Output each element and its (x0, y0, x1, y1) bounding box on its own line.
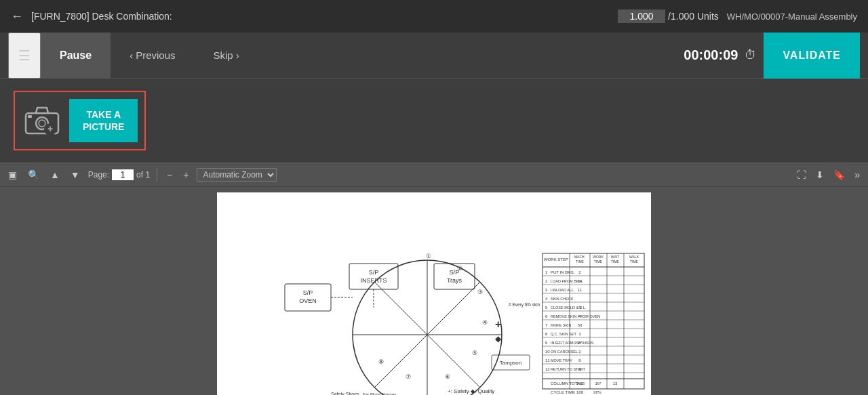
take-picture-label: TAKE APICTURE (83, 109, 124, 132)
svg-text:S/P: S/P (369, 269, 379, 276)
hamburger-button[interactable]: ☰ (8, 33, 41, 79)
svg-text:③: ③ (477, 289, 483, 295)
svg-text:+: + (495, 318, 501, 330)
content-area: + TAKE APICTURE ▣ 🔍 ▲ ▼ Page: of 1 − + A… (0, 79, 868, 395)
svg-text:Ear Plugs Glasses: Ear Plugs Glasses (363, 392, 396, 395)
pdf-bookmark-button[interactable]: 🔖 (831, 169, 848, 180)
pdf-zoom-in-button[interactable]: + (180, 169, 191, 180)
pdf-search-button[interactable]: 🔍 (25, 169, 42, 180)
svg-text:168: 168 (576, 390, 584, 394)
timer-section: 00:00:09 ⏱ VALIDATE (684, 33, 860, 79)
pdf-fullscreen-button[interactable]: ⛶ (794, 169, 809, 180)
svg-text:Safety Shoes: Safety Shoes (331, 392, 359, 395)
svg-text:8: 8 (545, 332, 548, 336)
svg-text:+: + (47, 123, 53, 134)
svg-text:3: 3 (578, 332, 581, 336)
svg-text:8: 8 (578, 358, 581, 362)
pdf-total-pages: of 1 (136, 170, 150, 180)
previous-label: Previous (136, 49, 175, 61)
pdf-prev-page-button[interactable]: ▲ (47, 169, 62, 180)
svg-text:⑦: ⑦ (406, 373, 411, 380)
pdf-toolbar: ▣ 🔍 ▲ ▼ Page: of 1 − + Automatic Zoom 50… (0, 163, 868, 187)
svg-rect-5 (28, 115, 32, 118)
svg-text:①: ① (426, 253, 431, 259)
svg-text:50: 50 (578, 323, 583, 327)
svg-text:PUT IN BKG.: PUT IN BKG. (551, 270, 575, 274)
svg-text:INSERT ARMUSH INSRS: INSERT ARMUSH INSRS (551, 341, 594, 345)
quantity-total: /1.000 Units (668, 11, 719, 22)
svg-text:MOVE TRAY: MOVE TRAY (551, 358, 572, 362)
picture-section: + TAKE APICTURE (0, 79, 868, 163)
svg-text:②: ② (457, 265, 462, 272)
svg-text:WALK: WALK (629, 255, 639, 259)
skip-label: Skip (214, 49, 233, 61)
svg-text:9: 9 (545, 341, 548, 345)
svg-text:OVEN: OVEN (299, 297, 317, 304)
top-bar: ← [FURN_7800] Desk Combination: /1.000 U… (0, 0, 868, 33)
validate-button[interactable]: VALIDATE (764, 33, 860, 79)
pdf-more-button[interactable]: » (852, 169, 863, 180)
svg-text:TIME: TIME (611, 259, 620, 264)
pdf-next-page-button[interactable]: ▼ (68, 169, 83, 180)
svg-text:CYCLE TIME: CYCLE TIME (551, 390, 575, 394)
svg-text:WAIT: WAIT (611, 255, 619, 259)
pdf-page: S/P OVEN S/P INSERTS S/P Trays ① ② (217, 192, 651, 395)
svg-text:14: 14 (578, 279, 583, 283)
timer-icon: ⏱ (745, 48, 757, 62)
svg-text:1: 1 (545, 270, 548, 274)
svg-text:⑤: ⑤ (472, 350, 477, 356)
svg-text:ON CAROUSEL: ON CAROUSEL (551, 350, 578, 354)
quantity-input[interactable] (618, 9, 665, 23)
quantity-section: /1.000 Units (618, 9, 719, 23)
validate-label: VALIDATE (783, 49, 841, 62)
svg-text:4: 4 (545, 297, 548, 301)
svg-text:11: 11 (545, 358, 550, 362)
pdf-zoom-select[interactable]: Automatic Zoom 50% 75% 100% 150% (197, 168, 277, 182)
svg-text:10: 10 (545, 350, 550, 354)
take-picture-button[interactable]: TAKE APICTURE (69, 99, 138, 142)
svg-text:37: 37 (578, 341, 583, 345)
svg-text:REMOVE SKIN FROM OVEN: REMOVE SKIN FROM OVEN (551, 314, 600, 318)
pdf-toolbar-right: ⛶ ⬇ 🔖 » (794, 169, 863, 180)
camera-icon: + (22, 104, 62, 138)
svg-text:140: 140 (576, 381, 584, 386)
svg-text:⑥: ⑥ (445, 373, 450, 380)
svg-text:④: ④ (482, 319, 488, 326)
svg-text:11: 11 (578, 288, 583, 292)
previous-chevron-icon: ‹ (130, 49, 133, 61)
svg-text:3: 3 (545, 288, 548, 292)
pdf-viewer: S/P OVEN S/P INSERTS S/P Trays ① ② (0, 187, 868, 395)
pdf-download-button[interactable]: ⬇ (813, 169, 827, 180)
svg-text:TIME: TIME (576, 259, 585, 264)
svg-text:12: 12 (545, 367, 550, 371)
svg-text:SKIN CHECK: SKIN CHECK (551, 297, 574, 301)
svg-text:6: 6 (545, 314, 548, 318)
pdf-zoom-out-button[interactable]: − (164, 169, 175, 180)
work-order-label: WH/MO/00007-Manual Assembly (727, 12, 857, 22)
svg-text:5: 5 (545, 306, 548, 310)
previous-button[interactable]: ‹ Previous (111, 33, 194, 79)
svg-text:2: 2 (545, 279, 548, 283)
pdf-sidebar-toggle[interactable]: ▣ (5, 169, 20, 180)
hamburger-icon: ☰ (18, 47, 31, 64)
svg-text:KNIFE SKIN: KNIFE SKIN (551, 323, 572, 327)
camera-container: + TAKE APICTURE (14, 91, 146, 150)
svg-rect-17 (434, 264, 475, 289)
pdf-page-input[interactable] (112, 169, 134, 180)
svg-text:MACH.: MACH. (574, 255, 585, 259)
svg-text:⑧: ⑧ (378, 358, 384, 365)
pdf-diagram: S/P OVEN S/P INSERTS S/P Trays ① ② (217, 192, 651, 395)
pdf-page-info: Page: of 1 (88, 169, 150, 180)
svg-text:91⅙: 91⅙ (593, 390, 601, 394)
svg-text:13: 13 (613, 381, 618, 386)
svg-text:2: 2 (578, 270, 581, 274)
skip-button[interactable]: Skip › (195, 33, 258, 79)
action-bar: ☰ Pause ‹ Previous Skip › 00:00:09 ⏱ VAL… (0, 33, 868, 79)
svg-text:INSERTS: INSERTS (361, 277, 387, 284)
svg-text:CLOSE MOLD & S.L.: CLOSE MOLD & S.L. (551, 306, 587, 310)
svg-text:16*: 16* (595, 381, 601, 386)
pause-button[interactable]: Pause (41, 33, 111, 79)
svg-text:7: 7 (545, 323, 548, 327)
back-button[interactable]: ← (11, 9, 23, 24)
svg-text:TIME: TIME (630, 259, 639, 264)
